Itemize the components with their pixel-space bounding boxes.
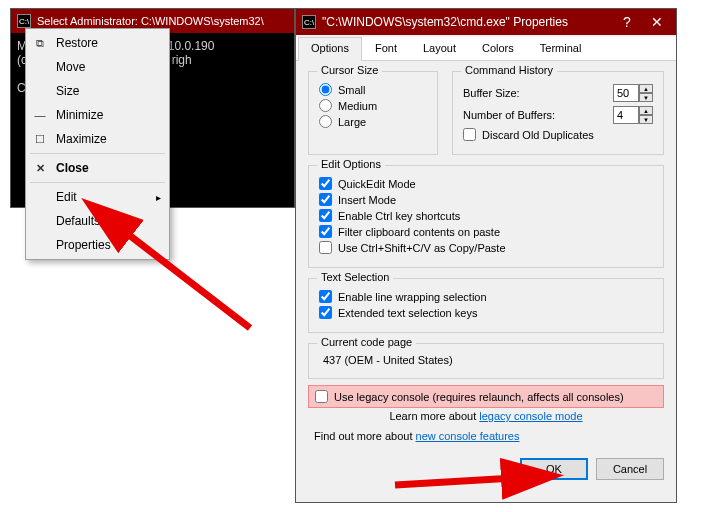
options-panel: Cursor Size Small Medium Large Command H… bbox=[296, 61, 676, 450]
menu-move-label: Move bbox=[56, 60, 85, 74]
edit-options-title: Edit Options bbox=[317, 158, 385, 170]
tab-strip: Options Font Layout Colors Terminal bbox=[296, 37, 676, 61]
ctrl-shift-cv-checkbox[interactable] bbox=[319, 241, 332, 254]
buffer-size-input[interactable] bbox=[613, 84, 639, 102]
discard-duplicates-label: Discard Old Duplicates bbox=[482, 129, 594, 141]
blank-icon bbox=[30, 83, 50, 99]
code-page-group: Current code page 437 (OEM - United Stat… bbox=[308, 343, 664, 379]
ctrl-shift-cv-label: Use Ctrl+Shift+C/V as Copy/Paste bbox=[338, 242, 506, 254]
spin-up-icon[interactable]: ▲ bbox=[639, 84, 653, 93]
tab-options[interactable]: Options bbox=[298, 37, 362, 61]
quickedit-label: QuickEdit Mode bbox=[338, 178, 416, 190]
close-icon: ✕ bbox=[30, 160, 50, 176]
insert-mode-checkbox[interactable] bbox=[319, 193, 332, 206]
tab-colors[interactable]: Colors bbox=[469, 37, 527, 60]
properties-titlebar[interactable]: C:\ "C:\WINDOWS\system32\cmd.exe" Proper… bbox=[296, 9, 676, 35]
menu-minimize-label: Minimize bbox=[56, 108, 103, 122]
menu-properties[interactable]: Properties bbox=[26, 233, 169, 257]
find-out-line: Find out more about new console features bbox=[314, 430, 664, 442]
menu-edit-label: Edit bbox=[56, 190, 77, 204]
blank-icon bbox=[30, 189, 50, 205]
menu-minimize[interactable]: —Minimize bbox=[26, 103, 169, 127]
system-menu: ⧉Restore Move Size —Minimize ☐Maximize ✕… bbox=[25, 28, 170, 260]
num-buffers-label: Number of Buffers: bbox=[463, 109, 607, 121]
line-wrapping-label: Enable line wrapping selection bbox=[338, 291, 487, 303]
tab-terminal[interactable]: Terminal bbox=[527, 37, 595, 60]
menu-close-label: Close bbox=[56, 161, 89, 175]
extended-selection-checkbox[interactable] bbox=[319, 306, 332, 319]
text-selection-group: Text Selection Enable line wrapping sele… bbox=[308, 278, 664, 333]
learn-more-line: Learn more about legacy console mode bbox=[308, 410, 664, 422]
menu-maximize-label: Maximize bbox=[56, 132, 107, 146]
cmd-icon: C:\ bbox=[17, 14, 31, 28]
insert-mode-label: Insert Mode bbox=[338, 194, 396, 206]
spin-up-icon[interactable]: ▲ bbox=[639, 106, 653, 115]
command-history-group: Command History Buffer Size: ▲▼ Number o… bbox=[452, 71, 664, 155]
menu-defaults[interactable]: Defaults bbox=[26, 209, 169, 233]
legacy-console-row: Use legacy console (requires relaunch, a… bbox=[308, 385, 664, 408]
code-page-value: 437 (OEM - United States) bbox=[319, 352, 653, 368]
discard-duplicates-checkbox[interactable] bbox=[463, 128, 476, 141]
help-button[interactable]: ? bbox=[612, 11, 642, 33]
cursor-small-radio[interactable] bbox=[319, 83, 332, 96]
menu-separator bbox=[30, 182, 165, 183]
properties-title-text: "C:\WINDOWS\system32\cmd.exe" Properties bbox=[322, 15, 612, 29]
chevron-right-icon: ▸ bbox=[156, 192, 161, 203]
tab-layout[interactable]: Layout bbox=[410, 37, 469, 60]
menu-separator bbox=[30, 153, 165, 154]
ctrl-shortcuts-label: Enable Ctrl key shortcuts bbox=[338, 210, 460, 222]
close-button[interactable]: ✕ bbox=[642, 11, 672, 33]
ok-button[interactable]: OK bbox=[520, 458, 588, 480]
spin-down-icon[interactable]: ▼ bbox=[639, 93, 653, 102]
num-buffers-input[interactable] bbox=[613, 106, 639, 124]
filter-clipboard-checkbox[interactable] bbox=[319, 225, 332, 238]
ctrl-shortcuts-checkbox[interactable] bbox=[319, 209, 332, 222]
cursor-large-label: Large bbox=[338, 116, 366, 128]
cancel-button[interactable]: Cancel bbox=[596, 458, 664, 480]
blank-icon bbox=[30, 237, 50, 253]
code-page-title: Current code page bbox=[317, 336, 416, 348]
buffer-size-label: Buffer Size: bbox=[463, 87, 607, 99]
legacy-console-link[interactable]: legacy console mode bbox=[479, 410, 582, 422]
cursor-size-group: Cursor Size Small Medium Large bbox=[308, 71, 438, 155]
buffer-size-spinner[interactable]: ▲▼ bbox=[613, 84, 653, 102]
blank-icon bbox=[30, 59, 50, 75]
quickedit-checkbox[interactable] bbox=[319, 177, 332, 190]
edit-options-group: Edit Options QuickEdit Mode Insert Mode … bbox=[308, 165, 664, 268]
text-selection-title: Text Selection bbox=[317, 271, 393, 283]
menu-restore[interactable]: ⧉Restore bbox=[26, 31, 169, 55]
restore-icon: ⧉ bbox=[30, 35, 50, 51]
cursor-large-radio[interactable] bbox=[319, 115, 332, 128]
minimize-icon: — bbox=[30, 107, 50, 123]
menu-close[interactable]: ✕Close bbox=[26, 156, 169, 180]
cursor-medium-radio[interactable] bbox=[319, 99, 332, 112]
num-buffers-spinner[interactable]: ▲▼ bbox=[613, 106, 653, 124]
menu-maximize[interactable]: ☐Maximize bbox=[26, 127, 169, 151]
maximize-icon: ☐ bbox=[30, 131, 50, 147]
menu-restore-label: Restore bbox=[56, 36, 98, 50]
command-history-title: Command History bbox=[461, 64, 557, 76]
new-console-features-link[interactable]: new console features bbox=[416, 430, 520, 442]
menu-size-label: Size bbox=[56, 84, 79, 98]
menu-properties-label: Properties bbox=[56, 238, 111, 252]
spin-down-icon[interactable]: ▼ bbox=[639, 115, 653, 124]
cmd-title-text: Select Administrator: C:\WINDOWS\system3… bbox=[37, 15, 264, 27]
legacy-console-label: Use legacy console (requires relaunch, a… bbox=[334, 391, 624, 403]
cursor-small-label: Small bbox=[338, 84, 366, 96]
menu-move[interactable]: Move bbox=[26, 55, 169, 79]
menu-edit[interactable]: Edit▸ bbox=[26, 185, 169, 209]
legacy-console-checkbox[interactable] bbox=[315, 390, 328, 403]
cursor-medium-label: Medium bbox=[338, 100, 377, 112]
blank-icon bbox=[30, 213, 50, 229]
tab-font[interactable]: Font bbox=[362, 37, 410, 60]
cursor-size-title: Cursor Size bbox=[317, 64, 382, 76]
properties-dialog: C:\ "C:\WINDOWS\system32\cmd.exe" Proper… bbox=[295, 8, 677, 503]
dialog-buttons: OK Cancel bbox=[296, 450, 676, 488]
menu-defaults-label: Defaults bbox=[56, 214, 100, 228]
filter-clipboard-label: Filter clipboard contents on paste bbox=[338, 226, 500, 238]
line-wrapping-checkbox[interactable] bbox=[319, 290, 332, 303]
menu-size[interactable]: Size bbox=[26, 79, 169, 103]
extended-selection-label: Extended text selection keys bbox=[338, 307, 477, 319]
cmd-icon: C:\ bbox=[302, 15, 316, 29]
